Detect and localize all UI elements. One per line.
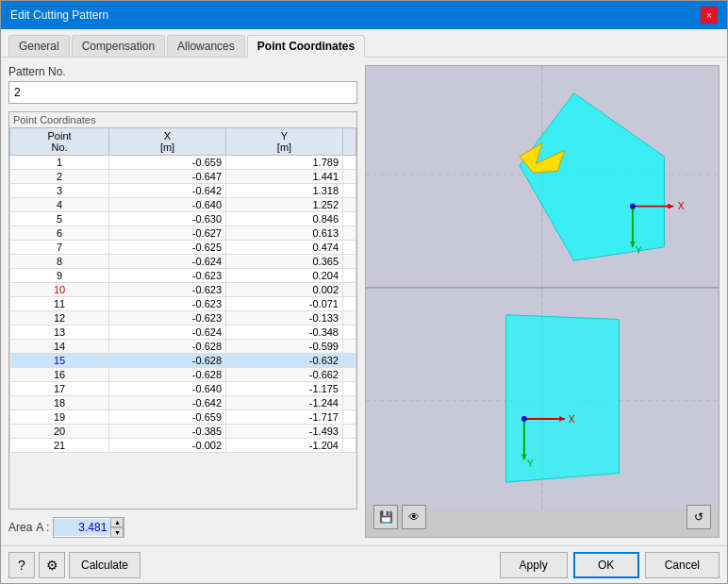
cell-y: 1.252 (226, 198, 343, 212)
table-row[interactable]: 10-0.6230.002 (10, 283, 356, 297)
cell-x: -0.642 (109, 396, 226, 410)
cell-y: -0.632 (226, 354, 343, 368)
cell-y: 1.318 (226, 184, 343, 198)
pattern-no-input[interactable] (8, 81, 357, 104)
col-header-y: Y[m] (226, 128, 343, 156)
cell-x: -0.623 (109, 311, 226, 325)
cell-empty (343, 439, 356, 453)
cell-point-no: 21 (10, 439, 109, 453)
table-row[interactable]: 18-0.642-1.244 (10, 396, 356, 410)
tab-point-coordinates[interactable]: Point Coordinates (247, 35, 365, 58)
viewport-svg: X Y X Y (366, 66, 719, 509)
table-row[interactable]: 4-0.6401.252 (10, 198, 356, 212)
cell-empty (343, 354, 356, 368)
cell-y: -0.133 (226, 311, 343, 325)
table-row[interactable]: 14-0.628-0.599 (10, 340, 356, 354)
table-row[interactable]: 2-0.6471.441 (10, 170, 356, 184)
coordinates-table: PointNo. X[m] Y[m] 1-0.6591.7892-0.6471.… (9, 127, 356, 453)
cell-empty (343, 269, 356, 283)
cell-x: -0.659 (109, 156, 226, 170)
calculate-button[interactable]: Calculate (69, 552, 141, 578)
viewport-icon-eye[interactable]: 👁 (402, 505, 426, 529)
table-row[interactable]: 11-0.623-0.071 (10, 297, 356, 311)
cell-empty (343, 311, 356, 325)
area-spin-up[interactable]: ▲ (110, 517, 124, 527)
cell-empty (343, 156, 356, 170)
3d-viewport: X Y X Y (365, 65, 720, 538)
table-row[interactable]: 9-0.6230.204 (10, 269, 356, 283)
table-row[interactable]: 16-0.628-0.662 (10, 368, 356, 382)
table-row[interactable]: 21-0.002-1.204 (10, 439, 356, 453)
area-spin-down[interactable]: ▼ (110, 527, 124, 538)
cell-point-no: 10 (10, 283, 109, 297)
table-row[interactable]: 19-0.659-1.717 (10, 410, 356, 425)
cell-empty (343, 198, 356, 212)
cell-x: -0.623 (109, 297, 226, 311)
cell-x: -0.647 (109, 170, 226, 184)
col-header-scroll (343, 128, 356, 156)
tab-bar: General Compensation Allowances Point Co… (1, 29, 727, 58)
cell-x: -0.624 (109, 325, 226, 340)
cell-x: -0.623 (109, 269, 226, 283)
area-spin-buttons: ▲ ▼ (110, 517, 124, 538)
point-coords-group: Point Coordinates PointNo. X[m] Y[m] (8, 111, 357, 509)
viewport-icon-save[interactable]: 💾 (373, 505, 398, 529)
pattern-no-label: Pattern No. (8, 65, 357, 78)
table-row[interactable]: 17-0.640-1.175 (10, 382, 356, 396)
close-button[interactable]: × (701, 7, 718, 24)
table-row[interactable]: 12-0.623-0.133 (10, 311, 356, 325)
cell-y: -1.244 (226, 396, 343, 410)
cell-empty (343, 184, 356, 198)
left-panel: Pattern No. Point Coordinates PointNo. X… (8, 65, 357, 538)
cell-point-no: 8 (10, 255, 109, 269)
cell-x: -0.385 (109, 425, 226, 439)
toolbar-icon-settings[interactable]: ⚙ (39, 552, 65, 578)
cell-point-no: 12 (10, 311, 109, 325)
table-row[interactable]: 6-0.6270.613 (10, 226, 356, 241)
tab-allowances[interactable]: Allowances (167, 35, 245, 57)
cell-empty (343, 241, 356, 255)
table-row[interactable]: 8-0.6240.365 (10, 255, 356, 269)
ok-button[interactable]: OK (573, 552, 639, 578)
area-a-label: A : (36, 521, 49, 534)
dialog-title: Edit Cutting Pattern (10, 8, 108, 22)
table-row[interactable]: 3-0.6421.318 (10, 184, 356, 198)
viewport-icon-reset[interactable]: ↺ (687, 505, 711, 529)
cell-x: -0.628 (109, 354, 226, 368)
cell-empty (343, 212, 356, 226)
table-wrapper[interactable]: PointNo. X[m] Y[m] 1-0.6591.7892-0.6471.… (9, 127, 356, 509)
table-row[interactable]: 5-0.6300.846 (10, 212, 356, 226)
tab-compensation[interactable]: Compensation (72, 35, 165, 57)
apply-button[interactable]: Apply (500, 552, 568, 578)
toolbar-icon-help[interactable]: ? (8, 552, 35, 578)
cell-x: -0.642 (109, 184, 226, 198)
cell-point-no: 19 (10, 410, 109, 425)
cell-x: -0.640 (109, 382, 226, 396)
cell-empty (343, 410, 356, 425)
cell-point-no: 17 (10, 382, 109, 396)
bottom-toolbar: ? ⚙ Calculate Apply OK Cancel (1, 545, 727, 583)
cell-x: -0.640 (109, 198, 226, 212)
table-row[interactable]: 13-0.624-0.348 (10, 325, 356, 340)
cell-y: 0.204 (226, 269, 343, 283)
cell-point-no: 5 (10, 212, 109, 226)
cell-y: 0.846 (226, 212, 343, 226)
cell-y: -0.662 (226, 368, 343, 382)
cell-x: -0.630 (109, 212, 226, 226)
cell-point-no: 20 (10, 425, 109, 439)
table-row[interactable]: 15-0.628-0.632 (10, 354, 356, 368)
cancel-button[interactable]: Cancel (645, 552, 720, 578)
cell-x: -0.623 (109, 283, 226, 297)
cell-empty (343, 283, 356, 297)
table-row[interactable]: 20-0.385-1.493 (10, 425, 356, 439)
dialog: Edit Cutting Pattern × General Compensat… (0, 0, 728, 584)
cell-point-no: 3 (10, 184, 109, 198)
area-input-wrapper: ▲ ▼ (53, 517, 124, 538)
svg-text:X: X (678, 200, 685, 211)
tab-general[interactable]: General (8, 35, 70, 57)
cell-empty (343, 297, 356, 311)
area-value-input[interactable] (54, 519, 110, 536)
table-row[interactable]: 1-0.6591.789 (10, 156, 356, 170)
table-row[interactable]: 7-0.6250.474 (10, 241, 356, 255)
cell-y: -0.071 (226, 297, 343, 311)
